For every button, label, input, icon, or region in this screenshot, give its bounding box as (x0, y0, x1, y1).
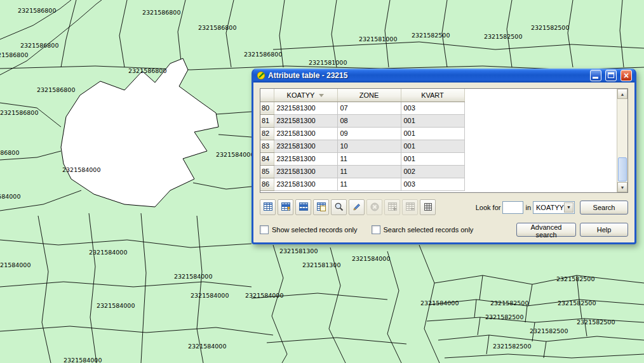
cell-koatyy[interactable]: 2321581300 (274, 140, 337, 152)
unselect-all-button[interactable] (260, 199, 276, 215)
map-parcel-label: 2321586800 (198, 24, 236, 31)
cell-koatyy[interactable]: 2321581300 (274, 102, 337, 114)
table-row[interactable]: 83232158130010001 (260, 140, 464, 152)
map-parcel-label: 2321584000 (0, 193, 20, 200)
attribute-table-window: Attribute table - 23215 KOATYYZONEKVART … (252, 69, 636, 244)
cell-zone[interactable]: 11 (337, 165, 401, 178)
advanced-search-button[interactable]: Advanced search (516, 223, 576, 237)
map-parcel-label: 2321584000 (420, 300, 459, 307)
map-parcel-label: 2321582500 (490, 300, 528, 307)
cell-zone[interactable]: 10 (337, 140, 401, 152)
in-label: in (525, 204, 531, 211)
invert-selection-icon (299, 202, 309, 213)
chevron-down-icon[interactable] (564, 202, 574, 213)
look-for-input[interactable] (502, 201, 523, 214)
cell-kvart[interactable]: 002 (401, 165, 464, 178)
row-number[interactable]: 86 (260, 178, 274, 190)
map-parcel-label: 2321582500 (485, 314, 523, 320)
cell-zone[interactable]: 11 (337, 152, 401, 165)
vertical-scrollbar[interactable] (617, 89, 627, 192)
maximize-button[interactable] (605, 70, 617, 81)
help-button[interactable]: Help (580, 223, 628, 237)
table-corner (260, 89, 274, 102)
scrollbar-track[interactable] (617, 99, 627, 182)
cell-zone[interactable]: 11 (337, 178, 401, 190)
table-row[interactable]: 84232158130011001 (260, 152, 464, 165)
cell-koatyy[interactable]: 2321581300 (274, 165, 337, 178)
options-row: Show selected records only Search select… (260, 223, 628, 237)
row-number[interactable]: 85 (260, 165, 274, 178)
row-number[interactable]: 84 (260, 152, 274, 165)
field-select[interactable]: KOATYY (533, 201, 575, 214)
column-header-zone[interactable]: ZONE (337, 89, 401, 102)
new-column-button (384, 199, 400, 215)
cell-kvart[interactable]: 003 (401, 178, 464, 190)
cell-kvart[interactable]: 003 (401, 102, 464, 114)
search-button[interactable]: Search (580, 201, 628, 214)
map-parcel-label: 2321586800 (128, 67, 166, 74)
scroll-down-icon[interactable] (617, 182, 627, 192)
map-parcel-label: 2321582500 (558, 300, 596, 307)
field-select-value: KOATYY (536, 204, 564, 211)
cell-zone[interactable]: 09 (337, 127, 401, 140)
field-calculator-button[interactable] (420, 199, 436, 215)
close-button[interactable] (621, 70, 632, 81)
row-number[interactable]: 82 (260, 127, 274, 140)
table-row[interactable]: 86232158130011003 (260, 178, 464, 190)
zoom-to-selected-icon (334, 202, 344, 213)
cell-kvart[interactable]: 001 (401, 114, 464, 127)
toggle-editing-button[interactable] (349, 199, 365, 215)
search-selected-label: Search selected records only (384, 226, 474, 234)
minimize-button[interactable] (590, 70, 601, 81)
cell-zone[interactable]: 08 (337, 114, 401, 127)
map-parcel-label: 2321582500 (493, 343, 531, 350)
table-row[interactable]: 82232158130009001 (260, 127, 464, 140)
checkbox-icon[interactable] (372, 225, 380, 234)
map-parcel-label: 2321584000 (245, 292, 283, 299)
map-parcel-label: 2321584000 (62, 166, 100, 173)
delete-column-icon (405, 202, 415, 213)
row-number[interactable]: 80 (260, 102, 274, 114)
titlebar[interactable]: Attribute table - 23215 (253, 69, 634, 82)
map-parcel-label: 2321584000 (89, 249, 127, 256)
invert-selection-button[interactable] (295, 199, 311, 215)
table-row[interactable]: 85232158130011002 (260, 165, 464, 178)
map-parcel-label: 2321582500 (577, 319, 615, 326)
new-column-icon (387, 202, 398, 213)
unselect-all-icon (263, 202, 273, 213)
column-header-kvart[interactable]: KVART (401, 89, 464, 102)
map-parcel-label: 2321582500 (412, 32, 450, 39)
search-selected-checkbox[interactable]: Search selected records only (372, 225, 474, 234)
map-parcel-label: 2321586800 (20, 42, 58, 49)
screen: 2321586800232158680023215868002321581000… (0, 0, 644, 363)
table-row[interactable]: 80232158130007003 (260, 102, 464, 114)
copy-selected-rows-button[interactable] (313, 199, 329, 215)
checkbox-icon[interactable] (260, 225, 269, 234)
cell-zone[interactable]: 07 (337, 102, 401, 114)
table-toolbar: Look for in KOATYY Search (260, 199, 628, 215)
map-parcel-label: 2321586800 (244, 51, 282, 58)
cell-kvart[interactable]: 001 (401, 152, 464, 165)
move-selection-to-top-icon (281, 202, 291, 213)
show-selected-checkbox[interactable]: Show selected records only (260, 225, 358, 234)
cell-koatyy[interactable]: 2321581300 (274, 178, 337, 190)
move-selection-to-top-button[interactable] (278, 199, 293, 215)
row-number[interactable]: 81 (260, 114, 274, 127)
table-row[interactable]: 81232158130008001 (260, 114, 464, 127)
delete-column-button (402, 199, 418, 215)
cell-koatyy[interactable]: 2321581300 (274, 114, 337, 127)
window-title: Attribute table - 23215 (268, 71, 586, 80)
cell-kvart[interactable]: 001 (401, 140, 464, 152)
column-header-koatyy[interactable]: KOATYY (274, 89, 337, 102)
sort-indicator-icon (319, 94, 324, 97)
copy-selected-rows-icon (316, 202, 326, 213)
map-parcel-label: 2321584000 (191, 292, 229, 299)
cell-koatyy[interactable]: 2321581300 (274, 127, 337, 140)
row-number[interactable]: 83 (260, 140, 274, 152)
cell-kvart[interactable]: 001 (401, 127, 464, 140)
zoom-to-selected-button[interactable] (331, 199, 347, 215)
map-parcel-label: 2321584000 (174, 273, 212, 280)
scrollbar-thumb[interactable] (618, 157, 627, 182)
scroll-up-icon[interactable] (617, 89, 627, 99)
cell-koatyy[interactable]: 2321581300 (274, 152, 337, 165)
